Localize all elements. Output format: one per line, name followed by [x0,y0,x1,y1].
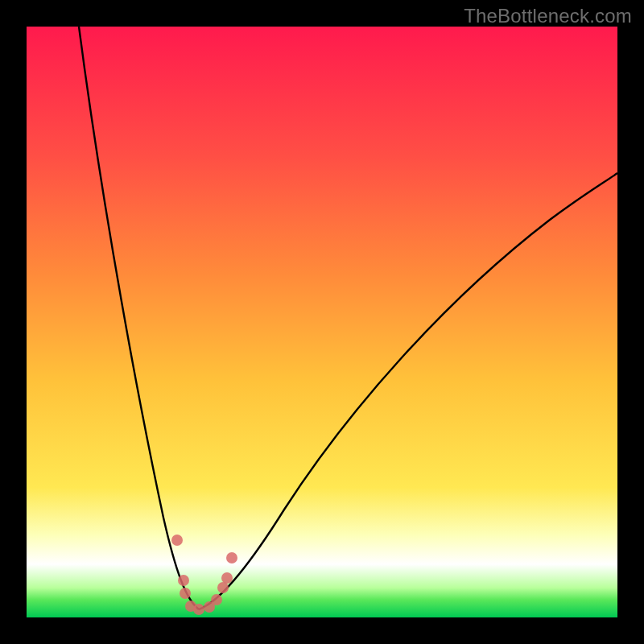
data-point [221,572,233,584]
data-point [193,604,204,615]
bottleneck-curve [27,27,617,617]
data-point [171,535,183,546]
data-point [178,575,189,586]
data-point [211,594,222,605]
curve-left-branch [79,27,199,609]
data-point [217,582,229,593]
data-point [226,552,237,564]
data-point [180,588,191,599]
watermark-text: TheBottleneck.com [464,5,632,27]
plot-area [27,27,617,617]
curve-right-branch [199,173,617,609]
